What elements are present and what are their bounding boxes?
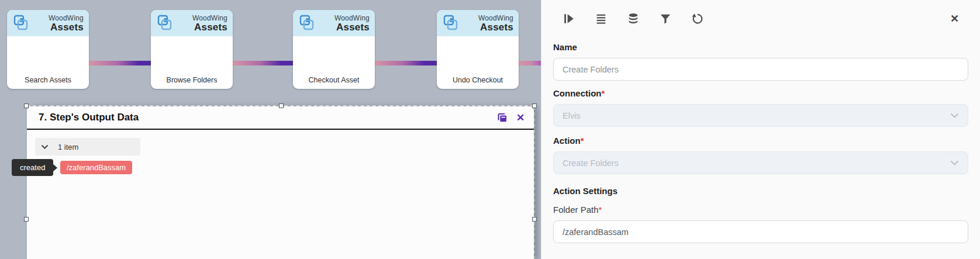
node-checkout-asset[interactable]: WoodWing Assets Checkout Asset	[293, 10, 375, 89]
woodwing-assets-logo-icon	[12, 13, 31, 33]
brand-top: WoodWing	[334, 15, 370, 22]
name-label-text: Name	[553, 42, 577, 52]
items-expander[interactable]: 1 item	[35, 138, 140, 156]
workflow-canvas[interactable]: WoodWing Assets Search Assets WoodWing A…	[0, 0, 541, 259]
brand-text: WoodWing Assets	[192, 15, 227, 32]
resize-handle-left[interactable]	[24, 217, 29, 222]
brand-bottom: Assets	[49, 22, 84, 32]
action-settings-heading-text: Action Settings	[553, 186, 617, 196]
folder-path-input[interactable]	[553, 220, 968, 243]
brand-bottom: Assets	[478, 22, 513, 32]
woodwing-assets-logo-icon	[441, 13, 461, 33]
chevron-down-icon	[950, 113, 959, 119]
step-output-popup: 7. Step's Output Data ✕ 1 i	[27, 106, 534, 259]
required-asterisk: *	[599, 205, 602, 215]
connection-label-text: Connection	[553, 88, 602, 98]
connection-select[interactable]: Elvis	[553, 104, 968, 127]
node-header: WoodWing Assets	[151, 10, 233, 36]
popup-title: 7. Step's Output Data	[39, 112, 139, 123]
node-label: Browse Folders	[151, 76, 233, 84]
brand-top: WoodWing	[478, 15, 513, 22]
brand-top: WoodWing	[192, 15, 227, 22]
selection-border-left	[26, 106, 27, 259]
action-selected-value: Create Folders	[563, 158, 619, 168]
node-header: WoodWing Assets	[293, 10, 375, 36]
filter-icon[interactable]	[659, 12, 672, 25]
node-header: WoodWing Assets	[7, 10, 89, 36]
action-label: Action*	[553, 136, 584, 146]
workflow-editor: WoodWing Assets Search Assets WoodWing A…	[0, 0, 980, 259]
connection-line-1	[89, 61, 151, 65]
required-asterisk: *	[581, 136, 584, 146]
resize-handle-top-center[interactable]	[279, 103, 284, 108]
step-settings-panel: ✕ Name Connection* Elvis Action* Create …	[541, 0, 980, 259]
popup-header[interactable]: 7. Step's Output Data ✕	[27, 106, 534, 130]
folder-path-label: Folder Path*	[553, 205, 602, 215]
connection-selected-value: Elvis	[563, 111, 581, 120]
undo-reset-icon[interactable]	[691, 12, 704, 25]
resize-handle-right[interactable]	[532, 217, 537, 222]
connection-line-2	[233, 61, 293, 65]
brand-text: WoodWing Assets	[334, 15, 370, 32]
connection-line-3	[375, 61, 437, 65]
node-undo-checkout[interactable]: WoodWing Assets Undo Checkout	[437, 10, 519, 89]
node-search-assets[interactable]: WoodWing Assets Search Assets	[7, 10, 89, 89]
name-input[interactable]	[553, 58, 968, 81]
resume-run-icon[interactable]	[563, 12, 575, 25]
action-select[interactable]: Create Folders	[553, 151, 968, 174]
brand-bottom: Assets	[334, 22, 370, 32]
action-label-text: Action	[553, 136, 581, 146]
resize-handle-top-right[interactable]	[532, 103, 537, 108]
panel-toolbar	[563, 12, 704, 25]
selection-border-right	[534, 106, 535, 259]
node-label: Checkout Asset	[293, 76, 375, 84]
brand-top: WoodWing	[49, 15, 84, 22]
brand-text: WoodWing Assets	[49, 15, 84, 32]
log-list-icon[interactable]	[595, 12, 608, 25]
chevron-down-icon	[41, 144, 49, 150]
connection-line-4	[519, 61, 541, 65]
connection-label: Connection*	[553, 88, 605, 98]
brand-bottom: Assets	[192, 22, 227, 32]
popup-close-icon[interactable]: ✕	[514, 111, 527, 124]
resize-handle-top-left[interactable]	[24, 103, 29, 108]
node-browse-folders[interactable]: WoodWing Assets Browse Folders	[151, 10, 233, 89]
created-path-badge[interactable]: /zaferandBassam	[60, 161, 132, 174]
items-count-label: 1 item	[58, 143, 78, 151]
required-asterisk: *	[602, 88, 605, 98]
action-settings-heading: Action Settings	[553, 186, 617, 196]
node-header: WoodWing Assets	[437, 10, 519, 36]
created-tooltip: created	[12, 159, 53, 176]
woodwing-assets-logo-icon	[298, 13, 317, 33]
duplicate-window-icon[interactable]	[495, 111, 508, 124]
node-label: Search Assets	[7, 76, 89, 84]
panel-close-icon[interactable]: ✕	[950, 12, 959, 25]
folder-path-label-text: Folder Path	[553, 205, 599, 215]
brand-text: WoodWing Assets	[478, 15, 513, 32]
name-label: Name	[553, 42, 577, 52]
woodwing-assets-logo-icon	[156, 13, 175, 33]
chevron-down-icon	[950, 160, 959, 166]
node-label: Undo Checkout	[437, 76, 519, 84]
database-icon[interactable]	[627, 12, 640, 25]
